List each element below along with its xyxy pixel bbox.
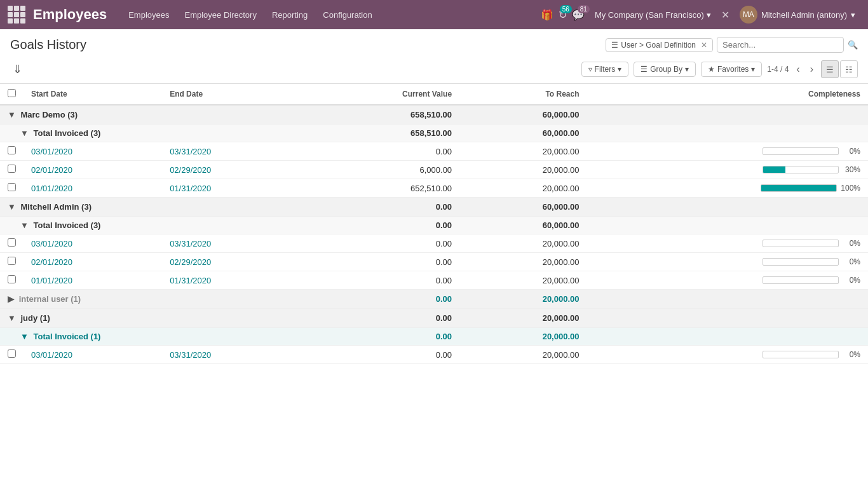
col-start-date: Start Date xyxy=(24,84,162,105)
nav-right: 🎁 ↻ 56 💬 81 My Company (San Francisco) ▾… xyxy=(541,3,860,26)
end-date: 03/31/2020 xyxy=(162,346,301,364)
to-reach: 20,000.00 xyxy=(459,234,587,253)
current-value: 0.00 xyxy=(301,346,459,364)
pct-label: 0% xyxy=(843,276,860,285)
groupby-label: Group By xyxy=(650,65,682,74)
kanban-view-button[interactable]: ☷ xyxy=(840,60,858,78)
progress-bar xyxy=(763,276,839,284)
search-input[interactable] xyxy=(717,37,844,53)
filter-tag[interactable]: ☰ User > Goal Definition ✕ xyxy=(606,38,713,52)
collapse-mitchell-invoiced-icon[interactable]: ▼ xyxy=(20,220,29,230)
collapse-judy-icon[interactable]: ▼ xyxy=(8,313,16,323)
star-icon: ★ xyxy=(708,65,715,74)
collapse-mitchell-icon[interactable]: ▼ xyxy=(8,202,16,212)
progress-bar xyxy=(763,258,839,266)
to-reach: 20,000.00 xyxy=(459,346,587,364)
mitchell-current: 0.00 xyxy=(301,198,459,217)
to-reach: 20,000.00 xyxy=(459,271,587,290)
end-date: 02/29/2020 xyxy=(162,253,301,271)
start-date: 03/01/2020 xyxy=(24,234,162,253)
controls-left: ⇓ xyxy=(10,62,25,76)
message-icon[interactable]: 💬 81 xyxy=(572,9,585,21)
select-all-checkbox[interactable] xyxy=(8,89,16,97)
collapse-marc-demo-icon[interactable]: ▼ xyxy=(8,110,16,119)
pct-label: 0% xyxy=(843,147,860,156)
favorites-label: Favorites xyxy=(717,65,749,74)
group-marc-demo[interactable]: ▼ Marc Demo (3) 658,510.00 60,000.00 xyxy=(0,105,868,125)
judy-reach: 20,000.00 xyxy=(459,309,587,328)
table-wrapper: Start Date End Date Current Value To Rea… xyxy=(0,84,868,364)
row-checkbox[interactable] xyxy=(8,165,16,173)
current-value: 0.00 xyxy=(301,253,459,271)
filters-label: Filters xyxy=(595,65,616,74)
download-icon[interactable]: ⇓ xyxy=(10,62,25,76)
subgroup-marc-total-invoiced[interactable]: ▼ Total Invoiced (3) 658,510.00 60,000.0… xyxy=(0,125,868,142)
clock-icon[interactable]: ↻ 56 xyxy=(559,9,567,21)
groupby-button[interactable]: ☰ Group By ▾ xyxy=(634,62,696,77)
start-date: 01/01/2020 xyxy=(24,179,162,198)
collapse-judy-invoiced-icon[interactable]: ▼ xyxy=(20,332,29,341)
row-checkbox[interactable] xyxy=(8,183,16,191)
progress-cell: 0% xyxy=(595,276,861,285)
start-date: 01/01/2020 xyxy=(24,271,162,290)
marc-invoiced-reach: 60,000.00 xyxy=(459,125,587,142)
start-date: 02/01/2020 xyxy=(24,253,162,271)
row-checkbox[interactable] xyxy=(8,275,16,283)
table-row: 02/01/2020 02/29/2020 6,000.00 20,000.00… xyxy=(0,161,868,179)
end-date: 01/31/2020 xyxy=(162,179,301,198)
nav-configuration[interactable]: Configuration xyxy=(316,8,378,22)
end-date: 01/31/2020 xyxy=(162,271,301,290)
progress-cell: 0% xyxy=(595,239,861,248)
pct-label: 30% xyxy=(843,165,860,174)
subgroup-judy-invoiced-label: Total Invoiced (1) xyxy=(34,332,101,341)
favorites-button[interactable]: ★ Favorites ▾ xyxy=(701,62,762,77)
close-icon[interactable]: ✕ xyxy=(721,9,729,21)
progress-cell: 0% xyxy=(595,147,861,156)
nav-employee-directory[interactable]: Employee Directory xyxy=(178,8,262,22)
favorites-chevron-icon: ▾ xyxy=(751,65,755,74)
collapse-marc-invoiced-icon[interactable]: ▼ xyxy=(20,128,29,138)
group-mitchell-admin[interactable]: ▼ Mitchell Admin (3) 0.00 60,000.00 xyxy=(0,198,868,217)
groupby-lines-icon: ☰ xyxy=(641,65,648,74)
gift-icon[interactable]: 🎁 xyxy=(541,9,553,21)
group-internal-user[interactable]: ▶ internal user (1) 0.00 20,000.00 xyxy=(0,290,868,309)
row-checkbox[interactable] xyxy=(8,349,16,358)
progress-cell: 0% xyxy=(595,350,861,359)
progress-bar xyxy=(763,147,839,155)
prev-page-button[interactable]: ‹ xyxy=(794,64,802,75)
next-page-button[interactable]: › xyxy=(808,64,816,75)
row-checkbox[interactable] xyxy=(8,257,16,265)
company-selector[interactable]: My Company (San Francisco) ▾ xyxy=(590,8,716,22)
group-internal-label: internal user (1) xyxy=(19,294,81,304)
controls-bar: ⇓ ▿ Filters ▾ ☰ Group By ▾ ★ Favorites ▾… xyxy=(0,58,868,84)
list-view-button[interactable]: ☰ xyxy=(821,60,839,78)
app-grid-icon[interactable] xyxy=(8,6,25,24)
end-date: 02/29/2020 xyxy=(162,161,301,179)
user-chevron-icon: ▾ xyxy=(851,10,855,20)
subgroup-mitchell-total-invoiced[interactable]: ▼ Total Invoiced (3) 0.00 60,000.00 xyxy=(0,217,868,234)
row-checkbox[interactable] xyxy=(8,238,16,247)
group-marc-demo-label: Marc Demo (3) xyxy=(21,110,78,119)
group-judy[interactable]: ▼ judy (1) 0.00 20,000.00 xyxy=(0,309,868,328)
subgroup-judy-total-invoiced[interactable]: ▼ Total Invoiced (1) 0.00 20,000.00 xyxy=(0,328,868,346)
search-icon[interactable]: 🔍 xyxy=(848,40,858,50)
filter-remove-icon[interactable]: ✕ xyxy=(701,41,707,50)
expand-internal-icon[interactable]: ▶ xyxy=(8,294,14,304)
judy-invoiced-reach: 20,000.00 xyxy=(459,328,587,346)
user-name: Mitchell Admin (antony) xyxy=(761,10,847,20)
chevron-down-icon: ▾ xyxy=(707,10,711,20)
col-checkbox xyxy=(0,84,24,105)
top-nav: Employees Employees Employee Directory R… xyxy=(0,0,868,29)
row-checkbox[interactable] xyxy=(8,146,16,154)
nav-links: Employees Employee Directory Reporting C… xyxy=(122,8,536,22)
filters-button[interactable]: ▿ Filters ▾ xyxy=(581,62,629,77)
nav-employees[interactable]: Employees xyxy=(122,8,175,22)
user-menu[interactable]: MA Mitchell Admin (antony) ▾ xyxy=(735,3,860,26)
start-date: 03/01/2020 xyxy=(24,142,162,161)
filter-funnel-icon: ▿ xyxy=(588,65,592,74)
toolbar-left: Goals History xyxy=(10,37,86,52)
nav-reporting[interactable]: Reporting xyxy=(266,8,314,22)
mitchell-reach: 60,000.00 xyxy=(459,198,587,217)
filter-tag-text: User > Goal Definition xyxy=(621,41,696,50)
view-toggle: ☰ ☷ xyxy=(821,60,858,78)
